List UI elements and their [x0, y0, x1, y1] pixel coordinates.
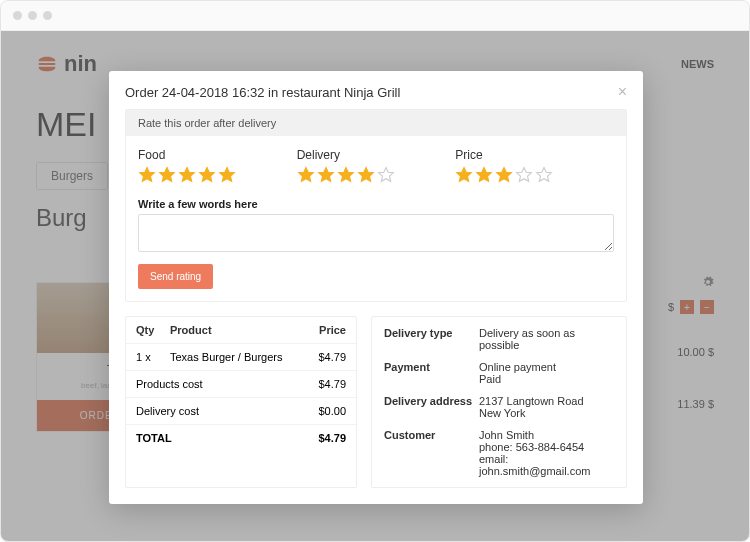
- delivery-cost-label: Delivery cost: [136, 405, 291, 417]
- order-modal: Order 24-04-2018 16:32 in restaurant Nin…: [109, 71, 643, 504]
- customer-name: John Smith: [479, 429, 614, 441]
- star-icon[interactable]: [198, 166, 216, 184]
- window-dot: [28, 11, 37, 20]
- total-label: TOTAL: [136, 432, 291, 444]
- detail-value: John Smith phone: 563-884-6454 email: jo…: [479, 429, 614, 477]
- detail-value: 2137 Langtown Road New York: [479, 395, 614, 419]
- star-icon[interactable]: [377, 166, 395, 184]
- detail-value: Online payment Paid: [479, 361, 614, 385]
- detail-customer: Customer John Smith phone: 563-884-6454 …: [384, 429, 614, 477]
- detail-value: Delivery as soon as possible: [479, 327, 614, 351]
- star-icon[interactable]: [158, 166, 176, 184]
- send-rating-button[interactable]: Send rating: [138, 264, 213, 289]
- window-dot: [43, 11, 52, 20]
- rating-delivery: Delivery: [297, 148, 456, 184]
- star-icon[interactable]: [535, 166, 553, 184]
- detail-label: Payment: [384, 361, 479, 385]
- star-icon[interactable]: [495, 166, 513, 184]
- stars-delivery[interactable]: [297, 166, 456, 184]
- order-details: Delivery type Delivery as soon as possib…: [371, 316, 627, 488]
- window-dot: [13, 11, 22, 20]
- table-row: 1 x Texas Burger / Burgers $4.79: [126, 343, 356, 370]
- star-icon[interactable]: [178, 166, 196, 184]
- detail-label: Delivery address: [384, 395, 479, 419]
- th-price: Price: [291, 324, 346, 336]
- rating-label-food: Food: [138, 148, 297, 162]
- td-price: $4.79: [291, 351, 346, 363]
- star-icon[interactable]: [317, 166, 335, 184]
- rating-price: Price: [455, 148, 614, 184]
- table-row-delivery-cost: Delivery cost $0.00: [126, 397, 356, 424]
- address-line: New York: [479, 407, 614, 419]
- comment-label: Write a few words here: [138, 198, 614, 210]
- total-value: $4.79: [291, 432, 346, 444]
- browser-frame: nin NEWS MEI Burgers Burg Tex beef, land…: [0, 0, 750, 542]
- th-product: Product: [170, 324, 291, 336]
- star-icon[interactable]: [475, 166, 493, 184]
- rating-label-delivery: Delivery: [297, 148, 456, 162]
- star-icon[interactable]: [297, 166, 315, 184]
- stars-price[interactable]: [455, 166, 614, 184]
- detail-address: Delivery address 2137 Langtown Road New …: [384, 395, 614, 419]
- td-qty: 1 x: [136, 351, 170, 363]
- detail-payment: Payment Online payment Paid: [384, 361, 614, 385]
- products-cost-label: Products cost: [136, 378, 291, 390]
- close-icon[interactable]: ×: [618, 83, 627, 101]
- table-row-products-cost: Products cost $4.79: [126, 370, 356, 397]
- payment-status: Paid: [479, 373, 614, 385]
- address-line: 2137 Langtown Road: [479, 395, 614, 407]
- table-row-total: TOTAL $4.79: [126, 424, 356, 451]
- detail-label: Delivery type: [384, 327, 479, 351]
- rating-label-price: Price: [455, 148, 614, 162]
- th-qty: Qty: [136, 324, 170, 336]
- td-product: Texas Burger / Burgers: [170, 351, 291, 363]
- star-icon[interactable]: [515, 166, 533, 184]
- customer-email: email: john.smith@gmail.com: [479, 453, 614, 477]
- rating-section: Rate this order after delivery Food Deli…: [125, 109, 627, 302]
- modal-title: Order 24-04-2018 16:32 in restaurant Nin…: [125, 85, 400, 100]
- star-icon[interactable]: [337, 166, 355, 184]
- rating-food: Food: [138, 148, 297, 184]
- star-icon[interactable]: [357, 166, 375, 184]
- star-icon[interactable]: [218, 166, 236, 184]
- stars-food[interactable]: [138, 166, 297, 184]
- order-table: Qty Product Price 1 x Texas Burger / Bur…: [125, 316, 357, 488]
- viewport: nin NEWS MEI Burgers Burg Tex beef, land…: [1, 31, 749, 542]
- comment-textarea[interactable]: [138, 214, 614, 252]
- detail-label: Customer: [384, 429, 479, 477]
- star-icon[interactable]: [455, 166, 473, 184]
- star-icon[interactable]: [138, 166, 156, 184]
- rating-banner: Rate this order after delivery: [126, 110, 626, 136]
- delivery-cost-value: $0.00: [291, 405, 346, 417]
- products-cost-value: $4.79: [291, 378, 346, 390]
- payment-method: Online payment: [479, 361, 614, 373]
- browser-chrome-bar: [1, 1, 749, 31]
- customer-phone: phone: 563-884-6454: [479, 441, 614, 453]
- detail-delivery-type: Delivery type Delivery as soon as possib…: [384, 327, 614, 351]
- table-header: Qty Product Price: [126, 317, 356, 343]
